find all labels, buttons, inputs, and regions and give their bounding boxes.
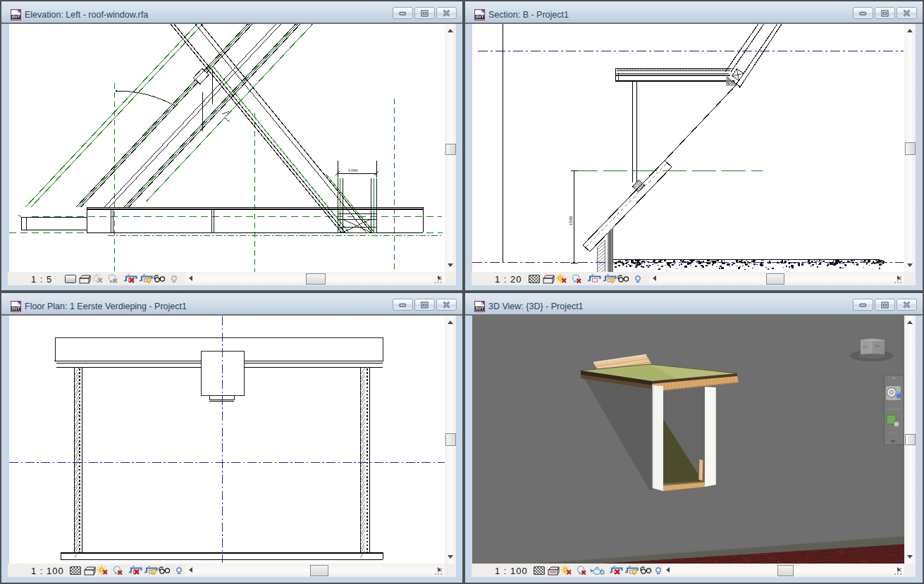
svg-text:4.4946: 4.4946 [348, 169, 358, 173]
svg-text:RVT: RVT [476, 15, 484, 19]
svg-text:Kr: Kr [863, 344, 868, 349]
svg-text:RVT: RVT [12, 306, 20, 311]
svg-text:bo: bo [875, 344, 880, 348]
svg-text:RVT: RVT [476, 306, 484, 311]
svg-text:1500: 1500 [569, 216, 573, 225]
svg-text:RVT: RVT [12, 15, 20, 19]
